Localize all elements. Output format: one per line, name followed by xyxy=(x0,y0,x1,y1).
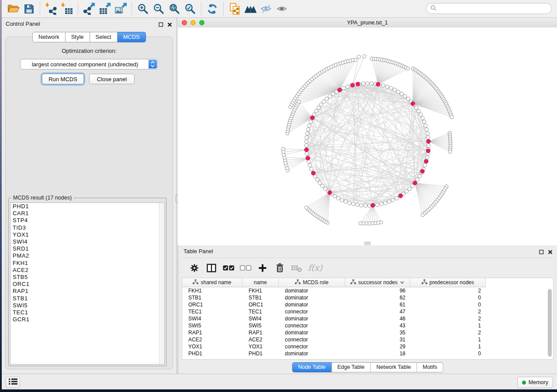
control-panel: Control Panel NetworkStyleSelectMCDS Opt… xyxy=(2,18,176,374)
mcds-result-list[interactable]: PHD1CAR1STP4TID3YOX1SWI4SRD1PMA2FKH1ACE2… xyxy=(10,203,165,364)
mcds-result-item[interactable]: FKH1 xyxy=(10,260,164,267)
column-header-name[interactable]: name xyxy=(242,278,279,287)
tab-network-table[interactable]: Network Table xyxy=(371,362,417,372)
table-toolbar: f(x) xyxy=(182,258,554,278)
add-column-icon[interactable] xyxy=(256,261,269,275)
zoom-in-icon[interactable] xyxy=(135,1,151,16)
mcds-list-scrollbar[interactable] xyxy=(159,203,164,364)
mcds-result-item[interactable]: ACE2 xyxy=(10,267,164,274)
table-row[interactable]: PHD1PHD1dominator180 xyxy=(182,350,553,357)
mcds-result-item[interactable]: YOX1 xyxy=(10,231,164,238)
close-panel-icon[interactable] xyxy=(548,248,553,256)
zoom-fit-icon[interactable] xyxy=(166,1,182,16)
float-panel-icon[interactable] xyxy=(159,21,163,29)
tab-select[interactable]: Select xyxy=(90,32,118,42)
cell-successor-nodes: 61 xyxy=(345,302,410,308)
export-network-icon[interactable] xyxy=(81,1,97,16)
cell-shared-name: RAP1 xyxy=(182,330,242,336)
mcds-result-item[interactable]: RAP1 xyxy=(10,288,164,295)
tab-style[interactable]: Style xyxy=(66,32,90,42)
column-header-shared-name[interactable]: shared name xyxy=(182,278,242,287)
save-session-icon[interactable] xyxy=(21,1,37,16)
control-panel-tabs: NetworkStyleSelectMCDS xyxy=(32,32,146,42)
mcds-result-item[interactable]: STB5 xyxy=(10,274,164,281)
table-row[interactable]: YOX1YOX1connector291 xyxy=(182,343,553,350)
open-folder-icon[interactable] xyxy=(5,1,21,16)
mcds-result-item[interactable]: PHD1 xyxy=(10,203,164,210)
delete-columns-icon[interactable] xyxy=(273,261,286,275)
hide-selected-icon[interactable] xyxy=(258,1,274,16)
mcds-result-item[interactable]: TEC1 xyxy=(10,309,164,316)
apply-layout-icon[interactable] xyxy=(204,1,220,16)
mcds-result-item[interactable]: STP4 xyxy=(10,217,164,224)
mcds-result-item[interactable]: SRD1 xyxy=(10,245,164,252)
desktop: Control Panel NetworkStyleSelectMCDS Opt… xyxy=(0,0,557,392)
show-all-icon[interactable] xyxy=(274,1,290,16)
table-row[interactable]: ORC1ORC1dominator610 xyxy=(182,301,553,308)
show-columns-icon[interactable] xyxy=(205,261,218,275)
search-box[interactable] xyxy=(426,3,552,14)
task-history-button[interactable] xyxy=(6,377,20,388)
search-input[interactable] xyxy=(439,5,551,12)
cell-predecessor-nodes: 2 xyxy=(410,330,486,336)
table-row[interactable]: SWI5SWI5connector431 xyxy=(182,322,553,329)
table-row[interactable]: ACE2ACE2connector311 xyxy=(182,336,553,343)
column-header-successor-nodes[interactable]: successor nodes xyxy=(345,278,410,287)
destroy-table-icon xyxy=(290,261,303,275)
cell-successor-nodes: 18 xyxy=(345,351,410,357)
search-icon xyxy=(430,5,436,13)
cell-MCDS-role: connector xyxy=(279,337,345,343)
first-neighbors-icon[interactable] xyxy=(242,1,258,16)
table-settings-gear-icon[interactable] xyxy=(188,261,201,275)
cell-successor-nodes: 62 xyxy=(345,295,410,301)
zoom-out-icon[interactable] xyxy=(151,1,166,16)
main-toolbar xyxy=(2,0,557,18)
mcds-result-item[interactable]: GCR1 xyxy=(10,316,164,323)
close-panel-icon[interactable] xyxy=(167,21,172,29)
column-header-predecessor-nodes[interactable]: predecessor nodes xyxy=(410,278,486,287)
column-header-MCDS-role[interactable]: MCDS role xyxy=(279,278,345,287)
cell-MCDS-role: connector xyxy=(279,309,345,315)
close-panel-button[interactable]: Close panel xyxy=(89,74,135,84)
table-row[interactable]: FKH1FKH1dominator962 xyxy=(182,287,553,294)
export-image-icon[interactable] xyxy=(113,1,128,16)
import-table-icon[interactable] xyxy=(59,1,75,16)
tab-edge-table[interactable]: Edge Table xyxy=(332,362,370,372)
criterion-dropdown[interactable]: largest connected component (undirected) xyxy=(20,59,158,69)
run-mcds-button[interactable]: Run MCDS xyxy=(42,74,84,84)
table-row[interactable]: STB1STB1dominator620 xyxy=(182,294,553,301)
network-graph[interactable] xyxy=(178,28,557,245)
zoom-selected-icon[interactable] xyxy=(182,1,198,16)
tab-node-table[interactable]: Node Table xyxy=(292,362,332,372)
mcds-result-item[interactable]: ORC1 xyxy=(10,281,164,288)
unselect-all-icon[interactable] xyxy=(239,261,252,275)
network-window-titlebar[interactable]: YPA_prune.txt_1 xyxy=(178,18,557,28)
mcds-result-item[interactable]: STB1 xyxy=(10,295,164,302)
select-all-icon[interactable] xyxy=(222,261,235,275)
tab-network[interactable]: Network xyxy=(32,32,66,42)
cell-MCDS-role: dominator xyxy=(279,330,345,336)
scrollbar-thumb[interactable] xyxy=(548,289,552,357)
mcds-result-item[interactable]: SWI5 xyxy=(10,302,164,309)
toolbar-separator xyxy=(201,2,201,15)
mcds-result-item[interactable]: CAR1 xyxy=(10,210,164,217)
table-row[interactable]: RAP1RAP1dominator352 xyxy=(182,329,553,336)
network-canvas[interactable] xyxy=(178,28,557,245)
table-scrollbar[interactable] xyxy=(547,288,552,358)
memory-button[interactable]: Memory xyxy=(517,377,553,388)
tab-motifs[interactable]: Motifs xyxy=(417,362,443,372)
mcds-result-title: MCDS result (17 nodes) xyxy=(11,195,73,201)
cell-predecessor-nodes: 0 xyxy=(410,295,486,301)
mcds-result-item[interactable]: PMA2 xyxy=(10,252,164,259)
mcds-result-item[interactable]: TID3 xyxy=(10,224,164,231)
horizontal-splitter-handle[interactable] xyxy=(364,242,371,245)
table-row[interactable]: TEC1TEC1connector472 xyxy=(182,308,553,315)
import-network-icon[interactable] xyxy=(43,1,59,16)
tab-mcds[interactable]: MCDS xyxy=(118,32,146,42)
mcds-result-item[interactable]: SWI4 xyxy=(10,238,164,245)
cell-shared-name: YOX1 xyxy=(182,344,242,350)
new-network-from-selection-icon[interactable] xyxy=(227,1,242,16)
float-panel-icon[interactable] xyxy=(539,248,544,256)
export-table-icon[interactable] xyxy=(97,1,113,16)
table-row[interactable]: SWI4SWI4dominator462 xyxy=(182,315,553,322)
